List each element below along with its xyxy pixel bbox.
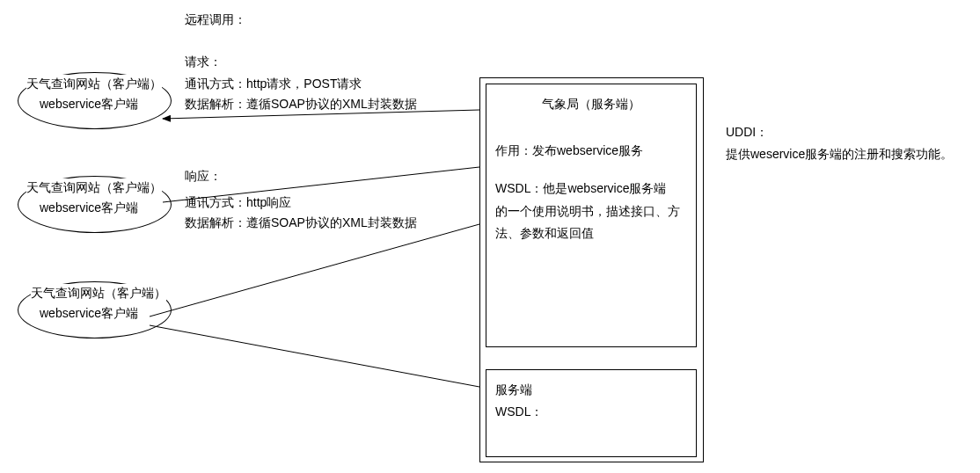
sub-box-line1: 服务端 — [495, 379, 687, 401]
response-data-parse: 数据解析：遵循SOAP协议的XML封装数据 — [185, 214, 417, 232]
response-label: 响应： — [185, 167, 222, 186]
request-data-parse: 数据解析：遵循SOAP协议的XML封装数据 — [185, 95, 417, 113]
server-box: 气象局（服务端） 作用：发布webservice服务 WSDL：他是webser… — [486, 84, 697, 347]
server-title: 气象局（服务端） — [495, 93, 687, 115]
sub-box: 服务端 WSDL： — [486, 369, 697, 457]
sub-box-line2: WSDL： — [495, 401, 687, 423]
client-2-line1: 天气查询网站（客户端） — [26, 178, 162, 197]
client-1-line2: webservice客户端 — [40, 95, 138, 113]
request-comm-method: 通讯方式：http请求，POST请求 — [185, 75, 362, 93]
server-wsdl-line2: 的一个使用说明书，描述接口、方 — [495, 200, 687, 222]
client-3-line2: webservice客户端 — [40, 304, 138, 323]
uddi-label: UDDI： — [726, 123, 768, 142]
server-wsdl-line1: WSDL：他是webservice服务端 — [495, 178, 687, 200]
svg-line-3 — [150, 224, 479, 317]
header-title: 远程调用： — [185, 11, 246, 29]
client-1-line1: 天气查询网站（客户端） — [26, 75, 162, 93]
response-comm-method: 通讯方式：http响应 — [185, 193, 291, 212]
server-wsdl-line3: 法、参数和返回值 — [495, 222, 687, 244]
server-purpose: 作用：发布webservice服务 — [495, 140, 687, 162]
uddi-desc: 提供weservice服务端的注册和搜索功能。 — [726, 145, 953, 164]
svg-line-4 — [150, 325, 479, 387]
client-2-line2: webservice客户端 — [40, 199, 138, 217]
request-label: 请求： — [185, 53, 222, 71]
client-3-line1: 天气查询网站（客户端） — [31, 284, 166, 302]
